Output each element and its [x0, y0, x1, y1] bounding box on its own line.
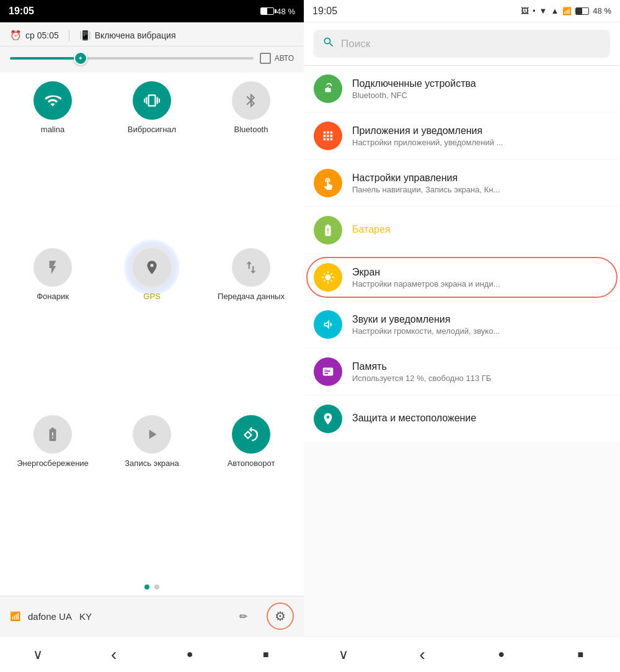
- page-dot-1[interactable]: [144, 585, 149, 589]
- screenrecord-icon[interactable]: [133, 415, 171, 454]
- settings-item-apps[interactable]: Приложения и уведомления Настройки прило…: [304, 113, 620, 159]
- notif-time-text: ср 05:05: [25, 30, 59, 40]
- nav-home-right[interactable]: ●: [489, 642, 514, 667]
- search-bar[interactable]: Поиск: [304, 22, 620, 66]
- settings-item-battery[interactable]: Батарея: [304, 207, 620, 253]
- connected-icon: [314, 74, 342, 103]
- battery-settings-title: Батарея: [352, 224, 610, 235]
- search-icon: [322, 36, 335, 52]
- qs-gps[interactable]: GPS: [105, 248, 198, 403]
- left-battery: 48 %: [260, 7, 295, 16]
- bluetooth-icon[interactable]: [232, 81, 270, 120]
- nav-recent-left[interactable]: ■: [254, 642, 278, 667]
- quick-settings-grid: malina Вибросигнал Bluetooth: [0, 73, 304, 578]
- settings-item-sound[interactable]: Звуки и уведомления Настройки громкости,…: [304, 302, 620, 347]
- brightness-fill: [10, 57, 83, 60]
- battery-saver-icon[interactable]: [33, 415, 72, 454]
- nav-down-left[interactable]: ∨: [25, 642, 50, 667]
- status-bar-left: 19:05 48 %: [0, 0, 304, 22]
- bottom-bar: 📶 dafone UA KY ✏ ⚙: [0, 596, 304, 636]
- memory-subtitle: Используется 12 %, свободно 113 ГБ: [352, 374, 610, 383]
- search-placeholder: Поиск: [341, 38, 370, 50]
- screen-subtitle: Настройки параметров экрана и инди...: [352, 279, 610, 289]
- screen-text: Экран Настройки параметров экрана и инди…: [352, 267, 610, 289]
- qs-vibration[interactable]: Вибросигнал: [105, 81, 198, 236]
- settings-item-control[interactable]: Настройки управления Панель навигации, З…: [304, 160, 620, 206]
- settings-button[interactable]: ⚙: [267, 603, 294, 630]
- nav-bar-right: ∨ ‹ ● ■: [304, 636, 620, 672]
- nav-bar-left: ∨ ‹ ● ■: [0, 636, 304, 672]
- signal-icon-2: 📶: [562, 7, 572, 16]
- brightness-row[interactable]: ✦ АВТО: [0, 47, 304, 73]
- wifi-label: malina: [41, 125, 64, 135]
- apps-title: Приложения и уведомления: [352, 125, 610, 137]
- control-icon: [314, 169, 342, 197]
- search-wrapper[interactable]: Поиск: [314, 30, 610, 58]
- triangle-down-icon: ▼: [539, 6, 547, 16]
- battery-saver-label: Энергосбережение: [17, 459, 89, 469]
- autorotate-icon[interactable]: [232, 415, 270, 454]
- left-time: 19:05: [9, 6, 34, 17]
- gps-icon[interactable]: [133, 248, 171, 287]
- vibration-text: Включена вибрация: [95, 30, 176, 40]
- qs-flashlight[interactable]: Фонарик: [6, 248, 99, 403]
- edit-button[interactable]: ✏: [229, 603, 257, 630]
- status-bar-right: 19:05 🖼 • ▼ ▲ 📶 48 %: [304, 0, 620, 22]
- battery-settings-icon: [314, 216, 342, 244]
- autorotate-label: Автоповорот: [228, 459, 275, 469]
- vibration-icon: 📳: [79, 30, 91, 41]
- qs-bluetooth[interactable]: Bluetooth: [205, 81, 298, 236]
- carrier-name: dafone UA: [28, 611, 72, 622]
- nav-back-right[interactable]: ‹: [410, 642, 435, 667]
- left-battery-percent: 48 %: [277, 7, 295, 16]
- nav-recent-right[interactable]: ■: [568, 642, 593, 667]
- apps-subtitle: Настройки приложений, уведомлений ...: [352, 138, 610, 147]
- qs-screenrecord[interactable]: Запись экрана: [105, 415, 198, 570]
- wifi-icon[interactable]: [33, 81, 72, 120]
- photo-notification-icon: 🖼: [521, 6, 529, 16]
- alarm-icon: ⏰: [10, 30, 22, 41]
- carrier-region: KY: [79, 611, 92, 622]
- signal-bars-icon: 📶: [10, 611, 20, 621]
- auto-checkbox[interactable]: [260, 53, 271, 64]
- bottom-actions: ✏ ⚙: [229, 603, 294, 630]
- control-text: Настройки управления Панель навигации, З…: [352, 172, 610, 194]
- qs-data[interactable]: Передача данных: [205, 248, 298, 403]
- control-title: Настройки управления: [352, 172, 610, 184]
- security-title: Защита и местоположение: [352, 413, 610, 424]
- qs-autorotate[interactable]: Автоповорот: [205, 415, 298, 570]
- page-dot-2[interactable]: [154, 585, 159, 589]
- connected-text: Подключенные устройства Bluetooth, NFC: [352, 78, 610, 100]
- settings-item-screen[interactable]: Экран Настройки параметров экрана и инди…: [304, 254, 620, 300]
- sound-subtitle: Настройки громкости, мелодий, звуко...: [352, 326, 610, 336]
- flashlight-icon[interactable]: [33, 248, 72, 287]
- settings-item-connected[interactable]: Подключенные устройства Bluetooth, NFC: [304, 66, 620, 112]
- control-subtitle: Панель навигации, Запись экрана, Кн...: [352, 185, 610, 194]
- vibration-qs-icon[interactable]: [133, 81, 171, 120]
- auto-brightness-label[interactable]: АВТО: [260, 53, 294, 64]
- bluetooth-label: Bluetooth: [234, 125, 268, 135]
- nav-home-left[interactable]: ●: [177, 642, 202, 667]
- brightness-thumb[interactable]: ✦: [74, 52, 87, 65]
- nav-back-left[interactable]: ‹: [102, 642, 126, 667]
- settings-item-security[interactable]: Защита и местоположение: [304, 396, 620, 442]
- brightness-slider[interactable]: ✦: [10, 57, 254, 60]
- battery-icon: [260, 7, 274, 15]
- settings-item-memory[interactable]: Память Используется 12 %, свободно 113 Г…: [304, 349, 620, 395]
- right-status-icons: 🖼 • ▼ ▲ 📶 48 %: [521, 6, 611, 16]
- notif-time-block: ⏰ ср 05:05: [10, 30, 59, 41]
- page-dots: [0, 578, 304, 596]
- sound-icon: [314, 310, 342, 339]
- qs-wifi[interactable]: malina: [6, 81, 99, 236]
- settings-list: Подключенные устройства Bluetooth, NFC П…: [304, 66, 620, 636]
- data-label: Передача данных: [218, 292, 285, 302]
- signal-full-icon: ▲: [551, 6, 559, 16]
- right-battery-percent: 48 %: [593, 6, 611, 16]
- left-panel: 19:05 48 % ⏰ ср 05:05 📳 Включена вибраци…: [0, 0, 304, 672]
- dot-icon: •: [533, 6, 536, 16]
- nav-down-right[interactable]: ∨: [331, 642, 356, 667]
- qs-battery-saver[interactable]: Энергосбережение: [6, 415, 99, 570]
- notif-vibration: 📳 Включена вибрация: [79, 30, 176, 41]
- flashlight-label: Фонарик: [37, 292, 69, 302]
- data-icon[interactable]: [232, 248, 270, 287]
